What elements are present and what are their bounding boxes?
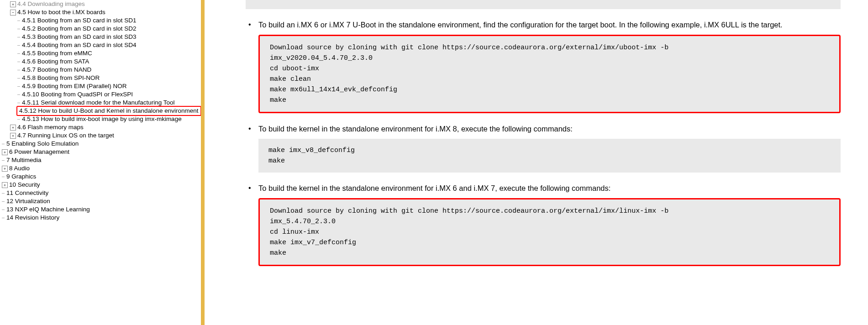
toc-item-label: 6 Power Management — [9, 148, 69, 156]
paragraph-text: To build the kernel in the standalone en… — [258, 184, 610, 192]
toc-item[interactable]: 7 Multimedia — [2, 156, 201, 164]
leaf-icon — [17, 53, 20, 54]
toc-item-label: 4.5.4 Booting from an SD card in slot SD… — [22, 41, 137, 49]
toc-item-highlight: 4.5.12 How to build U-Boot and Kernel in… — [16, 106, 201, 116]
bullet-item: To build the kernel in the standalone en… — [246, 183, 841, 266]
code-block-uboot-imx6: Download source by cloning with git clon… — [258, 35, 841, 113]
toc-item-label: 4.5.3 Booting from an SD card in slot SD… — [22, 33, 137, 41]
toc-item-label: 4.5.5 Booting from eMMC — [22, 49, 92, 58]
toc-item[interactable]: +6 Power Management — [2, 148, 201, 156]
code-block-prev: make imx8mp_evk_defconfig make — [246, 0, 841, 9]
expand-icon[interactable]: + — [10, 133, 16, 139]
leaf-icon — [2, 144, 5, 144]
toc-item[interactable]: 4.5.9 Booting from EIM (Parallel) NOR — [17, 82, 201, 90]
toc-item[interactable]: 4.5.10 Booting from QuadSPI or FlexSPI — [17, 90, 201, 99]
expand-icon[interactable]: + — [2, 149, 8, 155]
toc-tree: +4.4 Downloading images−4.5 How to boot … — [0, 0, 201, 222]
toc-item[interactable]: 9 Graphics — [2, 173, 201, 181]
leaf-icon — [2, 201, 5, 202]
toc-item[interactable]: 4.5.8 Booting from SPI-NOR — [17, 74, 201, 82]
leaf-icon — [17, 94, 20, 95]
toc-item[interactable]: 13 NXP eIQ Machine Learning — [2, 205, 201, 214]
toc-item-label: 11 Connectivity — [6, 189, 48, 197]
toc-item-label: 14 Revision History — [6, 214, 59, 222]
toc-item-label: 7 Multimedia — [6, 156, 42, 164]
toc-item[interactable]: +4.7 Running Linux OS on the target — [10, 131, 201, 140]
toc-item-label: 4.5.7 Booting from NAND — [22, 66, 91, 74]
toc-sidebar: +4.4 Downloading images−4.5 How to boot … — [0, 0, 205, 325]
toc-item-label: 12 Virtualization — [6, 197, 50, 205]
toc-item[interactable]: 4.5.2 Booting from an SD card in slot SD… — [17, 25, 201, 33]
leaf-icon — [2, 177, 5, 177]
leaf-icon — [17, 45, 20, 46]
toc-item[interactable]: 4.5.13 How to build imx-boot image by us… — [17, 115, 201, 123]
collapse-icon[interactable]: − — [10, 10, 16, 16]
toc-item-label: 4.5 How to boot the i.MX boards — [17, 8, 105, 16]
toc-item[interactable]: 4.5.12 How to build U-Boot and Kernel in… — [17, 107, 201, 115]
toc-item-label: 4.5.12 How to build U-Boot and Kernel in… — [19, 107, 199, 114]
toc-item-label: 9 Graphics — [6, 173, 36, 181]
toc-item-label: 4.6 Flash memory maps — [17, 123, 84, 131]
toc-item[interactable]: 4.5.5 Booting from eMMC — [17, 49, 201, 58]
leaf-icon — [17, 103, 20, 103]
bullet-item: To build the kernel in the standalone en… — [246, 123, 841, 173]
leaf-icon — [17, 37, 20, 37]
expand-icon[interactable]: + — [2, 166, 8, 172]
doc-content: make imx8mp_evk_defconfig make To build … — [205, 0, 868, 325]
toc-item[interactable]: 14 Revision History — [2, 214, 201, 222]
toc-item-label: 4.4 Downloading images — [17, 0, 85, 8]
toc-item-label: 4.7 Running Linux OS on the target — [17, 131, 114, 140]
toc-item[interactable]: 5 Enabling Solo Emulation — [2, 140, 201, 148]
leaf-icon — [17, 21, 20, 21]
paragraph-text: To build the kernel in the standalone en… — [258, 125, 573, 133]
toc-item[interactable]: +10 Security — [2, 181, 201, 189]
leaf-icon — [17, 62, 20, 62]
leaf-icon — [17, 29, 20, 29]
app-root: +4.4 Downloading images−4.5 How to boot … — [0, 0, 868, 325]
leaf-icon — [17, 78, 20, 79]
expand-icon[interactable]: + — [10, 1, 16, 7]
code-block-kernel-imx6-7: Download source by cloning with git clon… — [258, 198, 841, 266]
toc-item[interactable]: 4.5.1 Booting from an SD card in slot SD… — [17, 16, 201, 25]
toc-item[interactable]: −4.5 How to boot the i.MX boards — [10, 8, 201, 16]
toc-item[interactable]: 12 Virtualization — [2, 197, 201, 205]
toc-item[interactable]: +8 Audio — [2, 164, 201, 173]
toc-item[interactable]: 4.5.6 Booting from SATA — [17, 58, 201, 66]
expand-icon[interactable]: + — [2, 182, 8, 188]
toc-item-label: 10 Security — [9, 181, 40, 189]
leaf-icon — [2, 160, 5, 161]
leaf-icon — [2, 218, 5, 218]
leaf-icon — [17, 70, 20, 70]
toc-item-label: 4.5.9 Booting from EIM (Parallel) NOR — [22, 82, 127, 90]
bullet-item: To build an i.MX 6 or i.MX 7 U-Boot in t… — [246, 19, 841, 113]
toc-item-label: 4.5.2 Booting from an SD card in slot SD… — [22, 25, 137, 33]
toc-item[interactable]: 4.5.7 Booting from NAND — [17, 66, 201, 74]
code-block-kernel-imx8: make imx_v8_defconfig make — [258, 139, 841, 173]
toc-item-label: 4.5.13 How to build imx-boot image by us… — [22, 115, 182, 123]
toc-item[interactable]: 11 Connectivity — [2, 189, 201, 197]
toc-item-label: 4.5.10 Booting from QuadSPI or FlexSPI — [22, 90, 133, 99]
toc-item[interactable]: +4.6 Flash memory maps — [10, 123, 201, 131]
toc-item-label: 8 Audio — [9, 164, 30, 173]
toc-item[interactable]: 4.5.3 Booting from an SD card in slot SD… — [17, 33, 201, 41]
toc-item-label: 13 NXP eIQ Machine Learning — [6, 205, 90, 214]
toc-item[interactable]: +4.4 Downloading images — [10, 0, 201, 8]
leaf-icon — [2, 193, 5, 194]
paragraph-text: To build an i.MX 6 or i.MX 7 U-Boot in t… — [258, 21, 783, 29]
leaf-icon — [17, 86, 20, 87]
toc-item-label: 4.5.8 Booting from SPI-NOR — [22, 74, 100, 82]
toc-item-label: 4.5.6 Booting from SATA — [22, 58, 89, 66]
toc-item[interactable]: 4.5.4 Booting from an SD card in slot SD… — [17, 41, 201, 49]
leaf-icon — [2, 210, 5, 210]
toc-item-label: 5 Enabling Solo Emulation — [6, 140, 79, 148]
expand-icon[interactable]: + — [10, 125, 16, 131]
leaf-icon — [17, 119, 20, 120]
toc-item-label: 4.5.1 Booting from an SD card in slot SD… — [22, 16, 137, 25]
